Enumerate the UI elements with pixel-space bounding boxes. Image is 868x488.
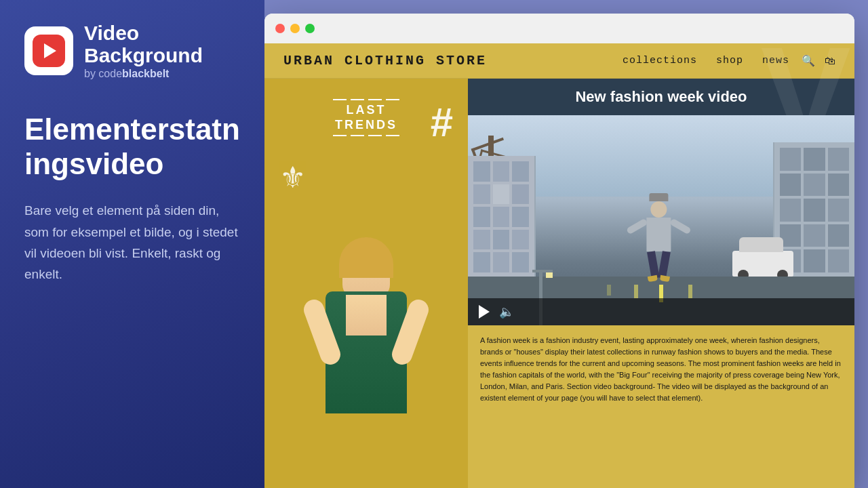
cart-icon[interactable]: 🛍	[825, 55, 835, 67]
building-l1	[468, 156, 536, 278]
site-nav: URBAN CLOTHING STORE collections shop ne…	[264, 43, 854, 79]
right-panel: V URBAN CLOTHING STORE collections shop …	[264, 0, 868, 488]
site-logo: URBAN CLOTHING STORE	[283, 53, 623, 68]
video-description: A fashion week is a fashion industry eve…	[468, 325, 854, 488]
person-chest	[346, 295, 387, 336]
site-nav-links: collections shop news	[623, 55, 789, 66]
nav-link-news[interactable]: news	[762, 55, 789, 66]
site-left-panel: LAST TRENDS # ⚜	[264, 79, 468, 488]
brand-header: Video Background by codeblackbelt	[24, 22, 240, 80]
video-header: New fashion week video	[468, 79, 854, 115]
website-content: URBAN CLOTHING STORE collections shop ne…	[264, 43, 854, 488]
spiral-symbol: ⚜	[279, 160, 306, 195]
traffic-light-red[interactable]	[275, 24, 285, 33]
brand-text: Video Background by codeblackbelt	[84, 22, 240, 80]
play-icon	[44, 43, 56, 58]
description-text: Bare velg et element på siden din, som f…	[24, 200, 240, 285]
volume-icon[interactable]: 🔈	[499, 304, 514, 319]
brand-subtitle: by codeblackbelt	[84, 68, 240, 80]
video-placeholder	[468, 115, 854, 325]
nav-icons: 🔍 🛍	[802, 54, 835, 67]
search-icon[interactable]: 🔍	[802, 54, 815, 67]
video-title: New fashion week video	[575, 88, 747, 105]
site-right-panel: New fashion week video	[468, 79, 854, 488]
brand-title: Video Background	[84, 22, 240, 66]
traffic-light-yellow[interactable]	[290, 24, 300, 33]
last-trends-area: LAST TRENDS	[333, 99, 399, 139]
traffic-light-green[interactable]	[305, 24, 315, 33]
site-main: LAST TRENDS # ⚜	[264, 79, 854, 488]
person-body	[305, 244, 427, 488]
browser-window: URBAN CLOTHING STORE collections shop ne…	[264, 14, 854, 488]
fashion-person	[264, 230, 468, 488]
brand-logo	[24, 26, 73, 75]
last-trends-label: LAST TRENDS	[333, 103, 399, 132]
trends-dashes	[333, 99, 399, 100]
last-label: LAST	[347, 103, 387, 117]
video-container: 🔈	[468, 115, 854, 325]
nav-link-shop[interactable]: shop	[716, 55, 743, 66]
browser-chrome	[264, 14, 854, 43]
nav-link-collections[interactable]: collections	[623, 55, 697, 66]
street-lamp	[529, 270, 553, 278]
hashtag-symbol: #	[431, 99, 453, 146]
street-scene	[468, 115, 854, 325]
dancer-figure	[646, 193, 671, 281]
vehicle	[732, 251, 793, 277]
main-heading: Elementerstatn ingsvideo	[24, 113, 240, 181]
play-icon-outer	[33, 35, 65, 67]
play-button[interactable]	[479, 305, 490, 319]
person-hair	[339, 237, 393, 278]
video-controls[interactable]: 🔈	[468, 298, 854, 325]
trends-label: TRENDS	[335, 118, 397, 131]
brand-subtitle-bold: blackbelt	[122, 68, 169, 79]
left-panel: Video Background by codeblackbelt Elemen…	[0, 0, 264, 488]
trends-dashes-bottom	[333, 135, 399, 136]
